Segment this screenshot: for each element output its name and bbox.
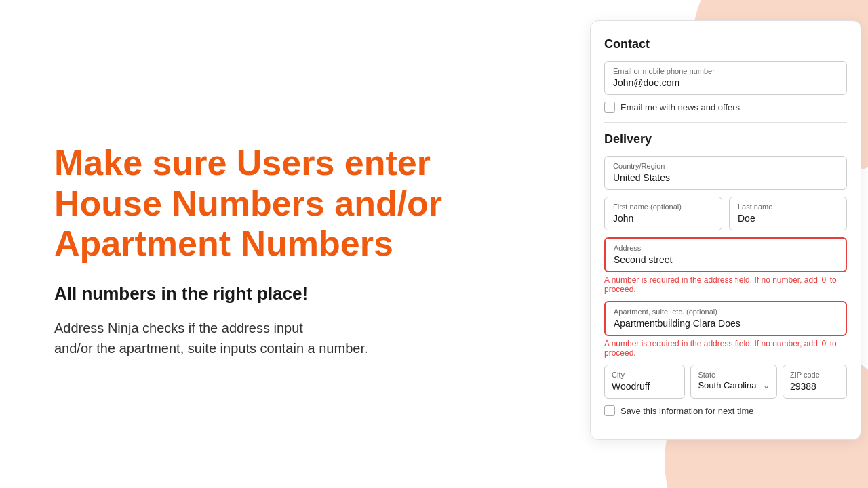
sub-heading: All numbers in the right place! (54, 283, 549, 304)
email-field[interactable]: Email or mobile phone number John@doe.co… (604, 61, 847, 95)
city-state-zip-row: City Woodruff State South Carolina ⌄ ZIP… (604, 365, 847, 399)
city-field[interactable]: City Woodruff (604, 365, 685, 399)
address-field[interactable]: Address Second street (604, 237, 847, 272)
zip-value: 29388 (790, 381, 816, 392)
country-field[interactable]: Country/Region United States (604, 156, 847, 190)
first-name-value: John (613, 213, 633, 224)
save-info-row[interactable]: Save this information for next time (604, 405, 847, 416)
city-label: City (612, 371, 677, 379)
first-name-label: First name (optional) (613, 203, 713, 211)
city-value: Woodruff (612, 381, 650, 392)
contact-section-title: Contact (604, 37, 847, 52)
form-card: Contact Email or mobile phone number Joh… (590, 20, 861, 440)
address-value: Second street (614, 254, 672, 265)
email-label: Email or mobile phone number (613, 67, 838, 75)
email-news-checkbox[interactable] (604, 102, 615, 113)
apt-label: Apartment, suite, etc. (optional) (614, 308, 837, 316)
save-info-label: Save this information for next time (620, 406, 754, 416)
save-info-checkbox[interactable] (604, 405, 615, 416)
description: Address Ninja checks if the address inpu… (54, 318, 488, 359)
last-name-field[interactable]: Last name Doe (729, 197, 847, 230)
email-news-row[interactable]: Email me with news and offers (604, 102, 847, 113)
right-panel: Contact Email or mobile phone number Joh… (590, 0, 868, 488)
section-divider (604, 122, 847, 123)
hero-heading: Make sure Users enter House Numbers and/… (54, 143, 549, 264)
last-name-value: Doe (738, 213, 755, 224)
country-label: Country/Region (613, 162, 838, 170)
email-value: John@doe.com (613, 77, 679, 88)
state-field[interactable]: State South Carolina ⌄ (690, 365, 777, 399)
zip-label: ZIP code (790, 371, 840, 379)
last-name-label: Last name (738, 203, 838, 211)
delivery-section-title: Delivery (604, 132, 847, 146)
apt-error-message: A number is required in the address fiel… (604, 339, 847, 358)
zip-field[interactable]: ZIP code 29388 (783, 365, 847, 399)
chevron-down-icon: ⌄ (763, 381, 770, 390)
address-error-message: A number is required in the address fiel… (604, 275, 847, 294)
state-label: State (698, 371, 770, 379)
left-panel: Make sure Users enter House Numbers and/… (0, 0, 590, 488)
first-name-field[interactable]: First name (optional) John (604, 197, 722, 230)
apt-field[interactable]: Apartment, suite, etc. (optional) Apartm… (604, 301, 847, 336)
state-value: South Carolina (698, 380, 756, 390)
email-news-label: Email me with news and offers (620, 102, 740, 113)
apt-value: Apartmentbuilding Clara Does (614, 318, 741, 329)
country-value: United States (613, 172, 670, 183)
address-label: Address (614, 244, 837, 252)
name-row: First name (optional) John Last name Doe (604, 197, 847, 237)
